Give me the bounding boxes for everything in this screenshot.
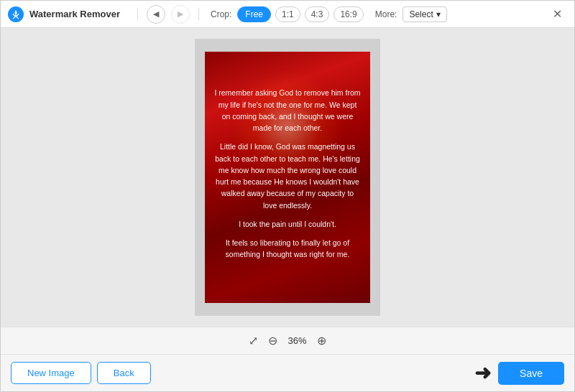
nav-forward-icon: ▶ [178,9,183,19]
image-paragraph-1: I remember asking God to remove him from… [213,87,362,134]
image-paragraph-3: I took the pain until I couldn't. [213,218,362,230]
zoom-in-button[interactable]: ⊕ [317,334,326,347]
crop-4-3-button[interactable]: 4:3 [305,6,330,22]
save-area: ➜ Save [474,362,564,385]
crop-1-1-button[interactable]: 1:1 [275,6,300,22]
crop-16-9-button[interactable]: 16:9 [334,6,363,22]
main-canvas-area: I remember asking God to remove him from… [1,28,574,327]
close-icon: ✕ [553,7,562,21]
nav-back-button[interactable]: ◀ [147,5,165,24]
save-button[interactable]: Save [498,362,564,385]
close-button[interactable]: ✕ [547,4,567,24]
titlebar: Watermark Remover ◀ ▶ Crop: Free 1:1 4:3… [1,1,574,28]
titlebar-divider2 [198,8,199,21]
image-paragraph-2: Little did I know, God was magnetting us… [213,141,362,211]
zoom-out-button[interactable]: ⊖ [268,334,277,347]
app-title: Watermark Remover [29,9,120,19]
select-dropdown[interactable]: Select ▾ [402,6,446,22]
crop-options: Free 1:1 4:3 16:9 [237,6,363,22]
zoom-bar: ⤢ ⊖ 36% ⊕ [1,327,574,354]
image-paragraph-4: It feels so liberating to finally let go… [213,237,362,261]
nav-forward-button[interactable]: ▶ [171,5,190,24]
new-image-button[interactable]: New Image [11,362,91,384]
crop-label: Crop: [211,9,231,19]
dropdown-arrow-icon: ▾ [436,9,441,19]
crop-free-button[interactable]: Free [237,6,271,22]
image-content: I remember asking God to remove him from… [205,52,370,303]
zoom-reset-button[interactable]: ⤢ [249,334,258,347]
nav-back-icon: ◀ [153,9,159,19]
bottom-bar: New Image Back ➜ Save [1,354,574,391]
zoom-percent: 36% [288,335,306,346]
app-logo-icon [8,6,24,22]
arrow-right-icon: ➜ [474,363,491,383]
more-label: More: [375,9,397,19]
back-button[interactable]: Back [97,362,151,384]
select-label: Select [409,9,433,19]
image-canvas: I remember asking God to remove him from… [195,39,380,316]
titlebar-divider [137,8,138,21]
image-text: I remember asking God to remove him from… [213,87,362,267]
